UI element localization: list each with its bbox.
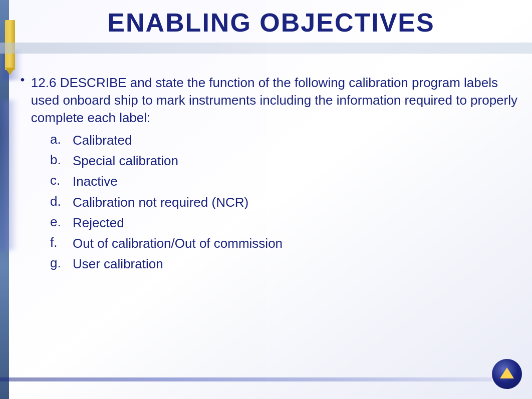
content-area: • 12.6 DESCRIBE and state the function o… xyxy=(20,65,522,369)
sub-letter-a: a. xyxy=(50,132,73,147)
main-bullet-text: 12.6 DESCRIBE and state the function of … xyxy=(31,74,522,127)
sub-text-c: Inactive xyxy=(73,173,118,190)
sub-letter-d: d. xyxy=(50,194,73,209)
sub-text-b: Special calibration xyxy=(73,152,178,170)
sub-text-f: Out of calibration/Out of commission xyxy=(73,235,283,252)
bottom-decorative-bar xyxy=(0,377,492,381)
bottom-logo xyxy=(492,359,522,389)
list-item: g. User calibration xyxy=(50,255,522,273)
sub-text-e: Rejected xyxy=(73,214,124,232)
left-blur-mid xyxy=(0,100,18,250)
list-item: e. Rejected xyxy=(50,214,522,232)
list-item: f. Out of calibration/Out of commission xyxy=(50,235,522,252)
sub-letter-b: b. xyxy=(50,152,73,168)
main-bullet-item: • 12.6 DESCRIBE and state the function o… xyxy=(20,74,522,127)
sub-letter-f: f. xyxy=(50,235,73,250)
sub-text-d: Calibration not required (NCR) xyxy=(73,194,248,211)
sub-letter-c: c. xyxy=(50,173,73,188)
logo-triangle-icon xyxy=(500,367,514,378)
list-item: d. Calibration not required (NCR) xyxy=(50,194,522,211)
top-accent-bar xyxy=(0,43,532,54)
list-item: c. Inactive xyxy=(50,173,522,190)
page-title: ENABLING OBJECTIVES xyxy=(20,8,522,38)
title-area: ENABLING OBJECTIVES xyxy=(20,8,522,38)
pencil-tip xyxy=(5,68,15,75)
sub-letter-g: g. xyxy=(50,255,73,271)
sub-items-list: a. Calibrated b. Special calibration c. … xyxy=(50,132,522,273)
sub-text-a: Calibrated xyxy=(73,132,132,149)
sub-letter-e: e. xyxy=(50,214,73,230)
bullet-dot-icon: • xyxy=(20,72,25,88)
list-item: b. Special calibration xyxy=(50,152,522,170)
sub-text-g: User calibration xyxy=(73,255,163,273)
list-item: a. Calibrated xyxy=(50,132,522,149)
